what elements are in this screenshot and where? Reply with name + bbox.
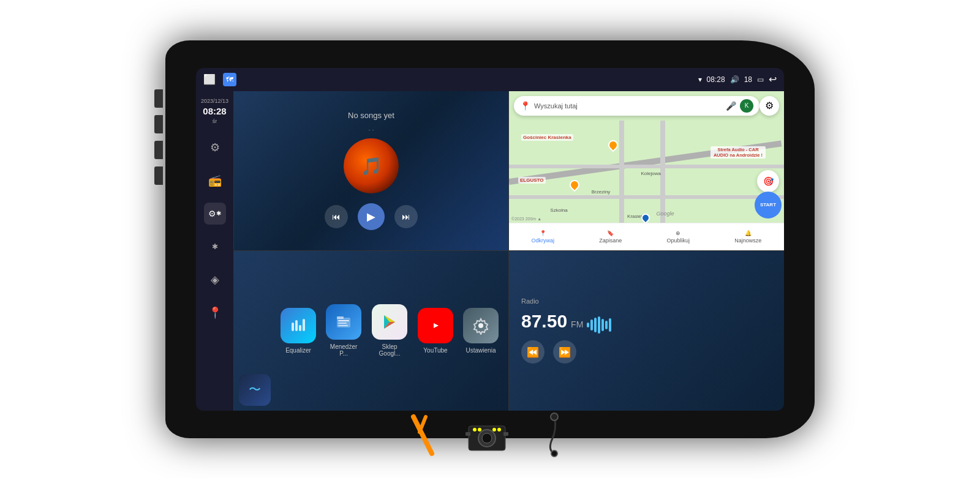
map-label-kolejowa: Kolejowa bbox=[641, 171, 661, 176]
map-tab-najnowsze[interactable]: 🔔 Najnowsze bbox=[734, 230, 761, 244]
side-btn-4[interactable] bbox=[154, 166, 163, 185]
map-user-avatar[interactable]: K bbox=[740, 99, 753, 113]
status-left: ⬜ 🗺 bbox=[203, 73, 236, 86]
svg-point-27 bbox=[551, 413, 558, 420]
radio-band: FM bbox=[571, 319, 583, 329]
file-manager-icon bbox=[326, 304, 361, 340]
settings-label: Ustawienia bbox=[466, 347, 496, 354]
status-time: 08:28 bbox=[707, 75, 725, 84]
sidebar-icon-diamond[interactable]: ◈ bbox=[204, 269, 226, 291]
road-horizontal-1 bbox=[509, 165, 784, 168]
app-play-store[interactable]: Sklep Googl... bbox=[371, 304, 408, 357]
svg-point-15 bbox=[478, 323, 483, 328]
app-youtube[interactable]: YouTube bbox=[418, 308, 453, 354]
map-copyright: ©2023 200m ▲ bbox=[511, 217, 541, 221]
map-start-button[interactable]: START bbox=[755, 192, 782, 218]
map-label-gościniec: Gościniec Krasienka bbox=[521, 134, 573, 141]
app-settings[interactable]: Ustawienia bbox=[463, 308, 499, 354]
road-vertical-1 bbox=[619, 121, 624, 223]
prev-button[interactable]: ⏮ bbox=[325, 205, 348, 228]
map-panel: Gościniec Krasienka ELGUSTO Strefa Audio… bbox=[509, 91, 784, 251]
music-dots: · · bbox=[368, 126, 374, 133]
map-mic-icon[interactable]: 🎤 bbox=[726, 101, 736, 111]
svg-point-28 bbox=[551, 450, 557, 457]
radio-frequency: 87.50 bbox=[521, 311, 567, 332]
side-btn-3[interactable] bbox=[154, 141, 163, 159]
music-controls: ⏮ ▶ ⏭ bbox=[325, 203, 418, 230]
map-pin-1 bbox=[606, 138, 620, 152]
map-tab-opublikuj[interactable]: ⊕ Opublikuj bbox=[667, 230, 690, 244]
map-label-brzeziny: Brzeziny bbox=[592, 189, 611, 195]
datetime-display: 2023/12/13 08:28 śr bbox=[201, 97, 228, 125]
wave-bar-6 bbox=[605, 321, 608, 329]
opublikuj-label: Opublikuj bbox=[667, 237, 690, 244]
sidebar-icon-location[interactable]: 📍 bbox=[204, 302, 226, 324]
map-tab-zapisane[interactable]: 🔖 Zapisane bbox=[599, 230, 622, 244]
maps-icon[interactable]: 🗺 bbox=[223, 73, 236, 86]
app-file-manager[interactable]: Menedżer P... bbox=[326, 304, 361, 357]
map-settings-button[interactable]: ⚙ bbox=[760, 96, 779, 116]
play-store-label: Sklep Googl... bbox=[371, 343, 408, 357]
music-widget[interactable]: 〜 bbox=[239, 374, 271, 406]
accessories bbox=[407, 411, 573, 460]
svg-rect-5 bbox=[337, 316, 344, 319]
odkrywaj-icon: 📍 bbox=[540, 230, 546, 236]
radio-next-button[interactable]: ⏩ bbox=[553, 340, 576, 364]
svg-rect-3 bbox=[303, 319, 305, 331]
music-panel: No songs yet · · ⏮ ▶ ⏭ bbox=[234, 91, 509, 251]
map-pin-2 bbox=[567, 177, 581, 192]
radio-prev-button[interactable]: ⏪ bbox=[521, 340, 545, 364]
map-compass-button[interactable]: 🎯 bbox=[757, 170, 779, 192]
file-manager-label: Menedżer P... bbox=[326, 343, 361, 357]
map-search-text: Wyszukaj tutaj bbox=[534, 102, 722, 110]
wave-bar-4 bbox=[598, 316, 600, 334]
sidebar-icon-radio[interactable]: 📻 bbox=[204, 170, 226, 192]
svg-rect-7 bbox=[338, 323, 347, 324]
map-search-icon: 📍 bbox=[520, 101, 530, 111]
volume-icon: 🔊 bbox=[730, 75, 739, 84]
map-label-szkolna: Szkolna bbox=[550, 207, 567, 213]
app-equalizer[interactable]: Equalizer bbox=[281, 308, 316, 354]
date-display: 2023/12/13 bbox=[201, 97, 228, 105]
back-icon[interactable]: ↩ bbox=[769, 73, 777, 85]
svg-point-26 bbox=[497, 428, 501, 431]
sidebar-icon-bluetooth-settings[interactable]: ⚙✱ bbox=[204, 203, 226, 225]
svg-rect-2 bbox=[299, 325, 301, 331]
status-bar: ⬜ 🗺 ▾ 08:28 🔊 18 ▭ ↩ bbox=[196, 68, 784, 91]
car-unit: ⬜ 🗺 ▾ 08:28 🔊 18 ▭ ↩ 2023/12/13 08:28 śr bbox=[165, 40, 815, 438]
music-album-art bbox=[344, 138, 399, 193]
zapisane-icon: 🔖 bbox=[607, 230, 614, 236]
svg-point-20 bbox=[482, 433, 492, 443]
map-search-bar[interactable]: 📍 Wyszukaj tutaj 🎤 K bbox=[514, 96, 760, 116]
map-start-label: START bbox=[760, 202, 776, 207]
svg-rect-21 bbox=[466, 432, 470, 436]
svg-point-25 bbox=[492, 428, 496, 431]
map-tab-odkrywaj[interactable]: 📍 Odkrywaj bbox=[532, 230, 555, 244]
side-btn-1[interactable] bbox=[154, 89, 163, 108]
svg-point-24 bbox=[478, 428, 481, 431]
status-right: ▾ 08:28 🔊 18 ▭ ↩ bbox=[698, 73, 777, 85]
sidebar-icon-bluetooth[interactable]: ✱ bbox=[204, 236, 226, 258]
opublikuj-icon: ⊕ bbox=[676, 230, 680, 236]
zapisane-label: Zapisane bbox=[599, 237, 622, 244]
radio-freq-row: 87.50 FM bbox=[521, 311, 772, 334]
map-label-strefa: Strefa Audio - CAR AUDIO na Androidzie ! bbox=[710, 146, 766, 159]
svg-rect-6 bbox=[338, 320, 349, 321]
home-icon[interactable]: ⬜ bbox=[203, 73, 216, 85]
wave-bar-1 bbox=[587, 323, 589, 327]
side-btn-2[interactable] bbox=[154, 115, 163, 133]
time-display: 08:28 bbox=[201, 105, 228, 118]
youtube-label: YouTube bbox=[423, 347, 447, 354]
najnowsze-label: Najnowsze bbox=[734, 237, 761, 244]
next-button[interactable]: ⏭ bbox=[394, 205, 418, 228]
play-button[interactable]: ▶ bbox=[358, 203, 385, 230]
youtube-icon bbox=[418, 308, 453, 343]
wave-bar-7 bbox=[609, 318, 611, 332]
wave-bar-3 bbox=[594, 318, 597, 332]
equalizer-label: Equalizer bbox=[285, 347, 311, 354]
radio-panel: Radio 87.50 FM bbox=[509, 251, 784, 411]
apps-row: Equalizer bbox=[244, 304, 499, 357]
music-title: No songs yet bbox=[348, 111, 394, 120]
radio-controls: ⏪ ⏩ bbox=[521, 340, 772, 364]
sidebar-icon-settings[interactable]: ⚙ bbox=[204, 136, 226, 159]
